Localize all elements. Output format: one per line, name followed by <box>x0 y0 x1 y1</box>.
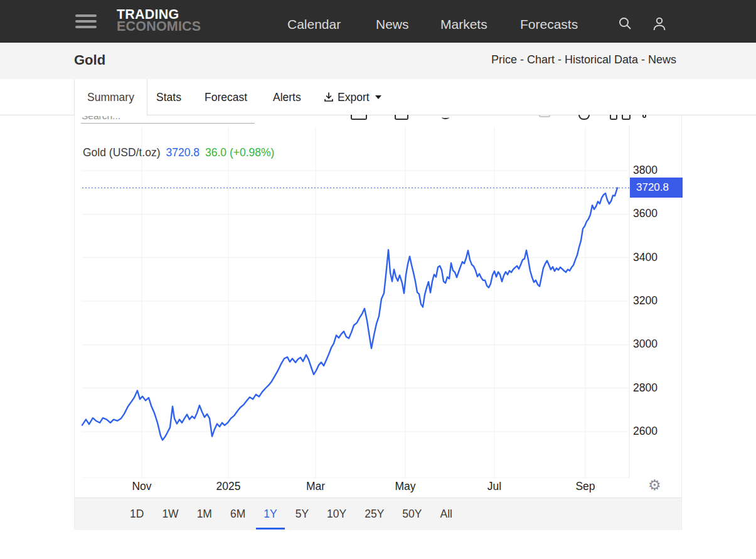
nav-item-calendar[interactable]: Calendar <box>287 17 341 32</box>
x-axis-label: 2025 <box>216 480 241 493</box>
x-axis-label: Nov <box>132 480 151 493</box>
y-axis-label: 3800 <box>633 164 658 177</box>
period-6m[interactable]: 6M <box>230 508 245 521</box>
period-selector-bar: 1D 1W 1M 6M 1Y 5Y 10Y 25Y 50Y All <box>75 498 681 530</box>
y-axis-label: 3400 <box>633 251 658 264</box>
price-chart-plot[interactable] <box>75 125 683 478</box>
nav-item-news[interactable]: News <box>376 17 409 32</box>
y-axis-label: 2600 <box>633 425 658 438</box>
hamburger-menu-icon[interactable] <box>75 14 97 29</box>
toolbar-icon-fragment[interactable] <box>539 115 550 117</box>
price-line <box>82 188 617 440</box>
breadcrumb-links[interactable]: Price - Chart - Historical Data - News <box>491 53 676 67</box>
instrument-header-bar: Gold Price - Chart - Historical Data - N… <box>0 43 756 79</box>
toolbar-icon-fragment[interactable] <box>622 115 631 120</box>
period-1w[interactable]: 1W <box>162 508 178 521</box>
y-axis-label: 3200 <box>633 294 658 307</box>
tab-summary[interactable]: Summary <box>74 79 147 116</box>
current-price-badge: 3720.8 <box>630 178 683 198</box>
gear-icon[interactable]: ⚙ <box>648 477 661 494</box>
y-axis-label: 2800 <box>633 381 658 395</box>
toolbar-icon-fragment[interactable] <box>642 115 646 118</box>
period-1m[interactable]: 1M <box>197 508 212 521</box>
y-axis-label: 3600 <box>633 207 658 220</box>
search-input[interactable]: Search... <box>82 115 157 123</box>
toolbar-icon-fragment[interactable] <box>610 115 617 120</box>
y-axis-label: 3000 <box>633 338 658 351</box>
search-input-underline <box>81 123 255 124</box>
export-button[interactable]: Export <box>323 79 381 115</box>
toolbar-icon-fragment[interactable] <box>351 115 367 120</box>
nav-item-forecasts[interactable]: Forecasts <box>520 17 578 32</box>
toolbar-icon-fragment[interactable] <box>442 115 449 119</box>
tab-alerts[interactable]: Alerts <box>273 79 301 115</box>
x-axis-label: Jul <box>487 480 501 493</box>
chart-panel: Search... Gold (USD/t.oz) 3720.8 36.0 (+… <box>74 115 682 530</box>
period-1y[interactable]: 1Y <box>264 508 277 521</box>
page-title: Gold <box>74 52 105 68</box>
period-10y[interactable]: 10Y <box>327 508 346 521</box>
x-axis: Nov2025MarMayJulSep <box>75 479 683 498</box>
tab-stats[interactable]: Stats <box>156 79 181 115</box>
tab-forecast[interactable]: Forecast <box>205 79 247 115</box>
search-icon[interactable] <box>617 16 632 33</box>
period-all[interactable]: All <box>440 508 452 521</box>
logo-line2: ECONOMICS <box>117 21 201 33</box>
download-icon <box>323 92 334 103</box>
export-label: Export <box>338 91 370 104</box>
x-axis-label: Sep <box>575 480 595 493</box>
toolbar-icon-fragment[interactable] <box>395 115 408 120</box>
period-50y[interactable]: 50Y <box>402 508 422 521</box>
period-1d[interactable]: 1D <box>130 508 144 521</box>
x-axis-label: Mar <box>306 480 325 493</box>
period-5y[interactable]: 5Y <box>295 508 309 521</box>
top-nav-bar: TRADING ECONOMICS Calendar News Markets … <box>0 0 756 43</box>
x-axis-label: May <box>395 480 415 493</box>
trading-economics-logo[interactable]: TRADING ECONOMICS <box>117 9 201 33</box>
nav-item-markets[interactable]: Markets <box>440 17 487 32</box>
chevron-down-icon <box>375 95 381 99</box>
toolbar-icon-fragment[interactable] <box>578 115 590 120</box>
user-icon[interactable] <box>651 16 668 34</box>
tab-bar: Summary Stats Forecast Alerts Export <box>0 79 756 115</box>
period-25y[interactable]: 25Y <box>365 508 384 521</box>
